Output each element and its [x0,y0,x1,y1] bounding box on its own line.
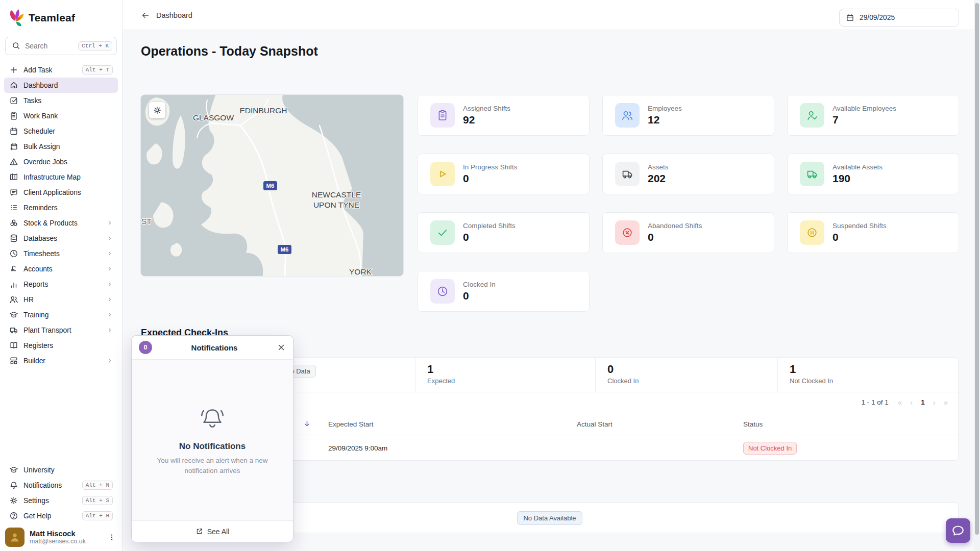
checkin-stat-label: Clocked In [607,377,639,385]
truck-icon [9,325,18,335]
map-label-york: YORK [349,267,372,276]
stat-card-clocked-in[interactable]: Clocked In0 [418,271,590,312]
sidebar-item-label: Client Applications [23,189,113,196]
operations-map[interactable]: M6 M6 GLASGOW EDINBURGH NEWCASTLE UPON T… [141,95,403,276]
column-header-expected-start[interactable]: Expected Start [328,412,374,436]
sidebar-item-timesheets[interactable]: Timesheets [4,246,118,261]
chat-button[interactable] [946,518,970,543]
see-all-label: See All [207,528,230,536]
column-header-status[interactable]: Status [743,412,763,436]
sidebar-item-registers[interactable]: Registers [4,338,118,353]
stat-value: 0 [648,231,702,243]
stat-label: Abandoned Shifts [648,222,702,230]
x-circle-icon [615,220,640,245]
map-label-glasgow: GLASGOW [193,113,234,122]
scrollbar[interactable] [974,0,980,551]
stat-card-assets[interactable]: Assets202 [602,154,774,194]
sidebar-item-dashboard[interactable]: Dashboard [4,78,118,93]
chevron-right-icon [107,327,113,333]
stat-value: 92 [463,114,510,126]
user-options-icon[interactable] [108,533,117,541]
notifications-empty-state: No Notifications You will receive an ale… [132,360,293,520]
date-picker[interactable]: 29/09/2025 [839,9,959,27]
sidebar-item-label: Bulk Assign [23,143,113,151]
shortcut-badge: Alt + N [82,481,113,490]
stat-value: 7 [832,114,896,126]
stat-card-abandoned-shifts[interactable]: Abandoned Shifts0 [602,212,774,253]
bell-icon [198,405,227,430]
sidebar-item-reminders[interactable]: Reminders [4,200,118,215]
sort-descending-icon[interactable] [303,419,311,428]
sidebar-item-overdue-jobs[interactable]: Overdue Jobs [4,154,118,169]
stat-card-completed-shifts[interactable]: Completed Shifts0 [418,212,590,253]
message-icon [9,188,18,197]
sidebar-item-tasks[interactable]: Tasks [4,93,118,108]
sidebar-item-get-help[interactable]: Get HelpAlt + H [4,508,118,523]
sidebar-item-scheduler[interactable]: Scheduler [4,123,118,139]
next-page-button[interactable]: › [933,398,936,407]
stat-card-suspended-shifts[interactable]: Suspended Shifts0 [787,212,959,253]
shortcut-badge: Alt + S [82,496,113,505]
stat-label: Employees [648,105,682,112]
clock-icon [9,249,18,258]
sidebar-item-bulk-assign[interactable]: Bulk Assign [4,139,118,154]
sidebar-item-training[interactable]: Training [4,307,118,322]
sidebar-item-reports[interactable]: Reports [4,277,118,292]
sidebar-item-university[interactable]: University [4,462,118,478]
prev-page-button[interactable]: ‹ [910,398,913,407]
back-button[interactable]: Dashboard [141,0,192,30]
sidebar-item-work-bank[interactable]: Work Bank [4,108,118,123]
close-icon[interactable] [277,343,286,352]
pause-circle-icon [800,220,824,245]
sidebar-item-infrastructure-map[interactable]: Infrastructure Map [4,169,118,185]
sidebar-item-builder[interactable]: Builder [4,353,118,368]
first-page-button[interactable]: « [898,398,902,407]
user-email: matt@senses.co.uk [30,538,103,545]
search-input[interactable]: Search Ctrl + K [5,37,117,55]
stat-card-available-employees[interactable]: Available Employees7 [787,95,959,136]
sidebar-item-add-task[interactable]: Add TaskAlt + T [4,62,118,78]
sidebar-item-label: Reports [23,281,102,288]
sidebar-item-databases[interactable]: Databases [4,231,118,246]
sidebar-item-label: Get Help [23,512,77,520]
sidebar-item-accounts[interactable]: Accounts [4,261,118,277]
sidebar-item-label: Overdue Jobs [23,158,113,166]
sidebar-item-label: Work Bank [23,112,113,120]
stat-card-assigned-shifts[interactable]: Assigned Shifts92 [418,95,590,136]
sidebar-item-plant-transport[interactable]: Plant Transport [4,322,118,338]
breadcrumb: Dashboard [156,11,192,19]
stat-card-in-progress-shifts[interactable]: In Progress Shifts0 [418,154,590,194]
app-name: Teamleaf [29,12,75,24]
sidebar-item-hr[interactable]: HR [4,292,118,307]
road-badge-m6-2: M6 [278,245,291,254]
map-settings-button[interactable] [149,102,165,118]
sidebar-item-label: Builder [23,357,102,365]
stat-card-available-assets[interactable]: Available Assets190 [787,154,959,194]
sidebar-item-label: Timesheets [23,250,102,258]
stat-value: 12 [648,114,682,126]
cell-expected-start: 29/09/2025 9:00am [328,435,387,461]
chevron-right-icon [107,266,113,272]
sidebar-item-settings[interactable]: SettingsAlt + S [4,493,118,508]
sidebar-item-label: HR [23,296,102,304]
last-page-button[interactable]: » [944,398,948,407]
checkin-stat-value: 1 [790,363,833,376]
column-header-actual-start[interactable]: Actual Start [577,412,612,436]
sidebar-item-client-applications[interactable]: Client Applications [4,185,118,200]
user-menu[interactable]: Matt Hiscock matt@senses.co.uk [5,528,117,547]
sidebar-item-label: Training [23,311,102,319]
scrollbar-thumb[interactable] [975,3,979,535]
sidebar-item-label: Settings [23,497,77,505]
stat-card-employees[interactable]: Employees12 [602,95,774,136]
sidebar-item-notifications[interactable]: NotificationsAlt + N [4,478,118,493]
stat-label: In Progress Shifts [463,163,518,171]
see-all-button[interactable]: See All [132,520,293,542]
date-value: 29/09/2025 [860,14,895,21]
grad-cap-icon [9,465,18,474]
sidebar-item-stock-products[interactable]: Stock & Products [4,215,118,231]
checkin-stat-label: Expected [427,377,455,385]
svg-text:M6: M6 [281,246,289,253]
search-shortcut-badge: Ctrl + K [78,41,112,51]
notifications-popup-title: Notifications [152,343,277,352]
page-number[interactable]: 1 [921,398,925,406]
